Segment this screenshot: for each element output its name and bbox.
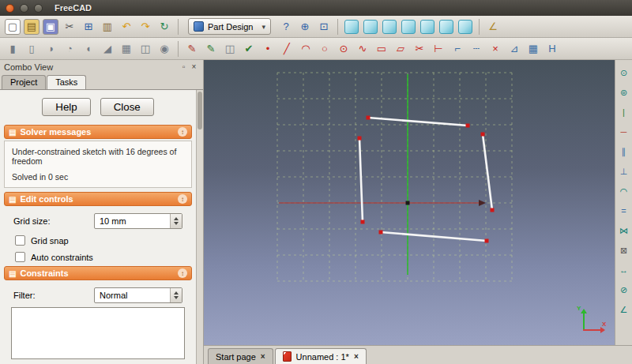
undo-icon[interactable]: ↶ [118, 19, 134, 35]
create-slot-icon[interactable]: ▱ [393, 41, 408, 57]
refresh-icon[interactable]: ↻ [156, 19, 172, 35]
chamfer-icon[interactable]: ◢ [100, 41, 115, 57]
filter-select[interactable]: Normal [94, 287, 182, 303]
constrain-distance-icon[interactable]: ↔ [618, 264, 630, 276]
pocket-icon[interactable]: ▯ [24, 41, 40, 57]
close-icon[interactable]: × [354, 352, 359, 361]
create-polyline-icon[interactable]: ∿ [355, 41, 371, 57]
collapse-icon[interactable]: ↕ [178, 194, 187, 204]
create-line-icon[interactable]: ╱ [279, 41, 295, 57]
zoom-fit-icon[interactable]: ⊕ [297, 19, 313, 35]
spinner-icon[interactable] [170, 288, 182, 302]
groove-icon[interactable]: ◔ [62, 41, 77, 57]
whatsthis-icon[interactable]: ? [278, 19, 294, 35]
select-elements-icon[interactable]: ⊿ [506, 41, 522, 57]
help-button[interactable]: Help [42, 98, 90, 116]
constrain-perpendicular-icon[interactable]: ⊥ [618, 165, 630, 178]
sketch-edge[interactable] [483, 134, 492, 210]
sketch-vertex[interactable] [481, 133, 485, 137]
workbench-selector[interactable]: Part Design ▾ [188, 18, 271, 35]
constraints-header[interactable]: ▤ Constraints ↕ [4, 266, 192, 280]
pad-icon[interactable]: ▮ [5, 41, 21, 57]
redo-icon[interactable]: ↷ [137, 19, 153, 35]
copy-icon[interactable]: ⊞ [81, 19, 96, 35]
zoom-box-icon[interactable]: ⊡ [316, 19, 332, 35]
constrain-symmetric-icon[interactable]: ⋈ [618, 224, 630, 237]
constrain-vertical-icon[interactable]: | [618, 106, 630, 118]
extend-edge-icon[interactable]: ⊢ [431, 41, 446, 57]
window-maximize-button[interactable] [34, 4, 43, 13]
sketch-vertex[interactable] [491, 208, 495, 212]
validate-sketch-icon[interactable]: ✔ [241, 41, 257, 57]
sketch-vertex[interactable] [361, 220, 365, 224]
sketch-vertex[interactable] [379, 231, 383, 235]
collapse-icon[interactable]: ↕ [178, 268, 187, 278]
dimension-icon[interactable]: H [544, 41, 560, 57]
tab-unnamed-document[interactable]: Unnamed : 1* × [275, 348, 367, 364]
grid-snap-checkbox[interactable] [15, 235, 25, 246]
sketch-vertex[interactable] [367, 116, 371, 120]
auto-constraints-row[interactable]: Auto constraints [15, 252, 181, 262]
view-left-icon[interactable] [458, 20, 472, 34]
create-rectangle-icon[interactable]: ▭ [374, 41, 389, 57]
constraints-list[interactable] [11, 307, 185, 359]
constrain-parallel-icon[interactable]: ∥ [618, 145, 630, 158]
view-right-icon[interactable] [401, 20, 416, 34]
construction-mode-icon[interactable]: ┄ [468, 41, 484, 57]
view-axonometric-icon[interactable] [344, 20, 359, 34]
3d-viewport[interactable]: Y X [204, 60, 615, 345]
create-arc-icon[interactable]: ◠ [298, 41, 314, 57]
trim-edge-icon[interactable]: ✂ [412, 41, 427, 57]
window-close-button[interactable] [6, 4, 14, 13]
sketch-grid-icon[interactable]: ▦ [525, 41, 541, 57]
constrain-radius-icon[interactable]: ⊘ [618, 283, 630, 296]
fillet-icon[interactable]: ◖ [81, 41, 96, 57]
constrain-point-on-object-icon[interactable]: ⊚ [618, 86, 630, 99]
constrain-coincident-icon[interactable]: ⊙ [618, 66, 630, 79]
view-top-icon[interactable] [382, 20, 397, 34]
edit-controls-header[interactable]: ▤ Edit controls ↕ [4, 192, 192, 206]
view-bottom-icon[interactable] [439, 20, 453, 34]
sketch-canvas[interactable] [204, 60, 615, 345]
sketch-vertex[interactable] [485, 239, 489, 243]
close-icon[interactable]: × [261, 352, 265, 361]
edit-sketch-icon[interactable]: ✎ [203, 41, 219, 57]
measure-distance-icon[interactable]: ∠ [485, 19, 501, 35]
revolution-icon[interactable]: ◑ [43, 41, 58, 57]
collapse-icon[interactable]: ↕ [178, 127, 187, 137]
float-panel-icon[interactable]: ▫ [179, 62, 189, 71]
auto-constraints-checkbox[interactable] [15, 252, 25, 262]
cut-icon[interactable]: ✂ [62, 19, 77, 35]
new-document-icon[interactable]: ▢ [5, 19, 21, 35]
spinner-icon[interactable] [170, 214, 182, 228]
solver-messages-header[interactable]: ▤ Solver messages ↕ [4, 125, 192, 139]
tab-tasks[interactable]: Tasks [47, 75, 86, 89]
constrain-angle-icon[interactable]: ∠ [618, 303, 630, 316]
create-conic-icon[interactable]: ⊙ [336, 41, 352, 57]
constrain-horizontal-icon[interactable]: ─ [618, 126, 630, 138]
sketch-vertex[interactable] [466, 124, 470, 128]
close-button[interactable]: Close [100, 98, 154, 116]
new-sketch-icon[interactable]: ✎ [184, 41, 200, 57]
constrain-tangent-icon[interactable]: ◠ [618, 185, 630, 197]
tab-project[interactable]: Project [2, 75, 46, 89]
close-panel-icon[interactable]: × [189, 62, 199, 71]
external-geometry-icon[interactable]: ⌐ [450, 41, 465, 57]
sketch-vertex[interactable] [358, 137, 362, 141]
panel-scrollbar[interactable] [196, 90, 203, 364]
map-sketch-icon[interactable]: ◫ [222, 41, 238, 57]
constrain-equal-icon[interactable]: = [618, 205, 630, 217]
create-circle-icon[interactable]: ○ [317, 41, 333, 57]
linear-pattern-icon[interactable]: ▦ [118, 41, 134, 57]
delete-sketch-geometry-icon[interactable]: × [487, 41, 503, 57]
sketch-origin-point[interactable] [406, 201, 410, 205]
paste-icon[interactable]: ▥ [100, 19, 115, 35]
open-folder-icon[interactable]: ▤ [24, 19, 40, 35]
polar-pattern-icon[interactable]: ◉ [156, 41, 172, 57]
grid-size-select[interactable]: 10 mm [94, 213, 182, 229]
view-front-icon[interactable] [363, 20, 378, 34]
constrain-lock-icon[interactable]: ⊠ [618, 244, 630, 257]
save-icon[interactable]: ▣ [43, 19, 58, 35]
tab-start-page[interactable]: Start page × [208, 348, 273, 364]
view-rear-icon[interactable] [420, 20, 434, 34]
